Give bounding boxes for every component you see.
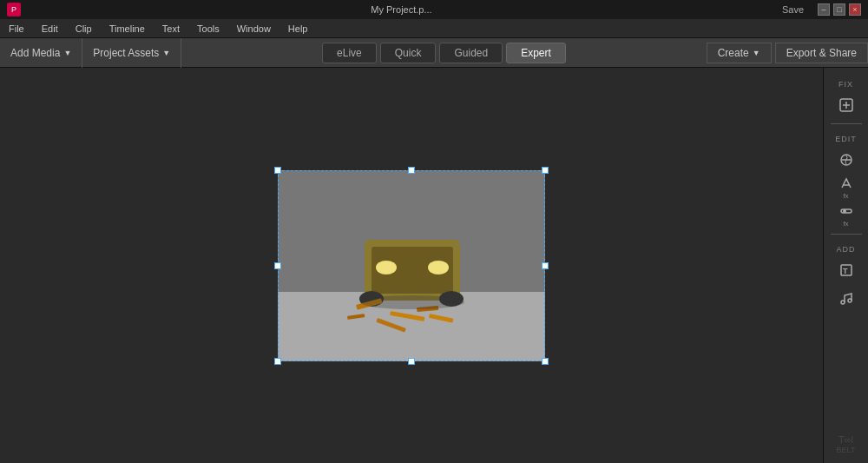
fx-label: fx (843, 192, 848, 200)
export-share-button[interactable]: Export & Share (775, 43, 868, 63)
fix-auto-button[interactable] (831, 92, 862, 118)
preview-area (0, 68, 823, 463)
handle-top-left[interactable] (274, 167, 281, 174)
handle-bottom-left[interactable] (274, 358, 281, 365)
title-bar: P My Project.p... Save – □ × (0, 0, 868, 19)
menu-timeline[interactable]: Timeline (106, 22, 148, 36)
edit-label: EDIT (835, 135, 857, 143)
preview-container (278, 170, 545, 361)
add-text-button[interactable]: T (831, 257, 862, 283)
handle-bottom-middle[interactable] (408, 358, 415, 365)
add-label: ADD (836, 245, 855, 254)
menu-bar: File Edit Clip Timeline Text Tools Windo… (0, 19, 868, 38)
svg-point-6 (428, 261, 449, 274)
handle-middle-right[interactable] (542, 262, 549, 269)
menu-window[interactable]: Window (233, 22, 274, 36)
svg-text:T: T (843, 267, 848, 275)
handle-middle-left[interactable] (274, 262, 281, 269)
add-media-arrow: ▼ (63, 49, 71, 57)
main-area: FIX EDIT fx fx ADD T T∞l BELT (0, 68, 868, 463)
watermark: T∞l BELT (837, 433, 856, 456)
project-title: My Project.p... (21, 4, 782, 15)
svg-point-27 (848, 299, 852, 302)
create-arrow: ▼ (753, 49, 760, 57)
save-button[interactable]: Save (782, 4, 804, 15)
fx-alt-button[interactable]: fx (831, 202, 862, 228)
tab-expert[interactable]: Expert (506, 43, 566, 63)
svg-point-23 (843, 209, 846, 213)
window-controls: – □ × (818, 3, 861, 16)
fx-alt-label: fx (843, 220, 848, 228)
close-button[interactable]: × (849, 3, 861, 16)
minimize-button[interactable]: – (818, 3, 830, 16)
handle-top-right[interactable] (542, 167, 549, 174)
right-panel: FIX EDIT fx fx ADD T T∞l BELT (823, 68, 868, 463)
adjust-button[interactable] (831, 147, 862, 173)
fx-effects-button[interactable]: fx (831, 175, 862, 201)
maximize-button[interactable]: □ (833, 3, 845, 16)
add-media-label: Add Media (10, 47, 60, 59)
fix-label: FIX (838, 80, 853, 89)
app-icon: P (7, 3, 21, 17)
tab-elive[interactable]: eLive (322, 43, 377, 63)
panel-divider-2 (831, 234, 862, 235)
menu-tools[interactable]: Tools (194, 22, 223, 36)
toolbar: Add Media ▼ Project Assets ▼ eLive Quick… (0, 38, 868, 68)
svg-point-5 (376, 261, 397, 274)
preview-svg (278, 170, 545, 361)
add-media-button[interactable]: Add Media ▼ (0, 38, 82, 68)
project-assets-arrow: ▼ (162, 49, 170, 57)
menu-file[interactable]: File (5, 22, 28, 36)
tab-guided[interactable]: Guided (439, 43, 503, 63)
preview-image (278, 170, 545, 361)
project-assets-button[interactable]: Project Assets ▼ (82, 38, 181, 68)
mode-tabs: eLive Quick Guided Expert (320, 43, 568, 63)
menu-text[interactable]: Text (159, 22, 183, 36)
menu-clip[interactable]: Clip (72, 22, 95, 36)
handle-bottom-right[interactable] (542, 358, 549, 365)
create-label: Create (718, 47, 749, 59)
svg-point-26 (841, 301, 845, 304)
svg-point-15 (360, 295, 464, 309)
create-button[interactable]: Create ▼ (707, 43, 772, 63)
handle-top-middle[interactable] (408, 167, 415, 174)
project-assets-label: Project Assets (93, 47, 159, 59)
menu-edit[interactable]: Edit (38, 22, 62, 36)
menu-help[interactable]: Help (285, 22, 312, 36)
tab-quick[interactable]: Quick (380, 43, 437, 63)
panel-divider-1 (831, 123, 862, 124)
add-music-button[interactable] (831, 285, 862, 311)
